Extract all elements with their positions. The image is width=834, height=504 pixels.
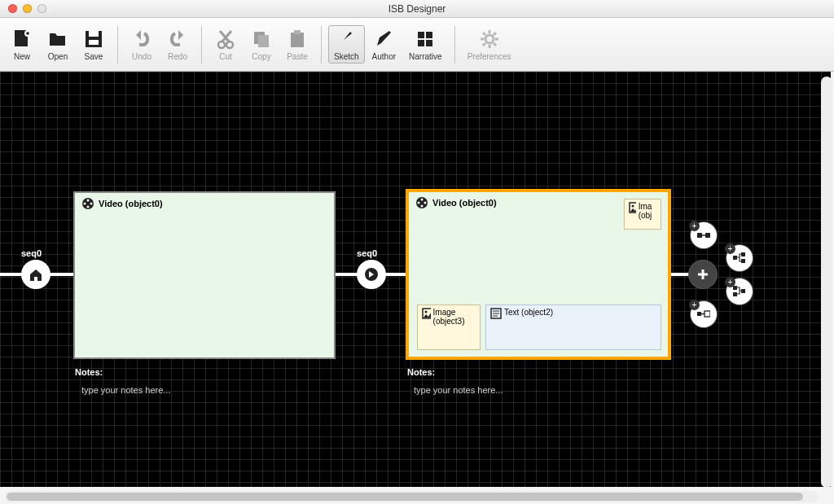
add-type2-button[interactable]: +	[726, 245, 753, 271]
redo-button[interactable]: Redo	[160, 25, 195, 64]
home-icon	[28, 266, 44, 283]
copy-button[interactable]: Copy	[244, 25, 279, 64]
paste-button[interactable]: Paste	[280, 25, 314, 64]
svg-rect-57	[741, 289, 745, 293]
svg-rect-14	[294, 30, 301, 34]
svg-rect-5	[89, 31, 99, 37]
svg-point-40	[632, 205, 634, 208]
seq0-arrow-node[interactable]	[357, 260, 386, 289]
notes-input-1[interactable]: type your notes here...	[81, 385, 170, 395]
main-toolbar: New Open Save Undo Redo Cut Copy Paste S…	[0, 18, 834, 72]
svg-rect-60	[705, 311, 710, 317]
close-window-button[interactable]	[8, 4, 17, 13]
media-item-text[interactable]: Text (object2)	[485, 305, 661, 350]
add-type4-button[interactable]: +	[691, 301, 717, 327]
cut-button[interactable]: Cut	[208, 25, 243, 64]
video-panel-2[interactable]: Video (object0) Ima (obj Image (object3)…	[406, 189, 671, 360]
media-item-image[interactable]: Image (object3)	[417, 305, 481, 350]
toolbar-separator	[321, 26, 322, 64]
svg-point-37	[424, 202, 427, 204]
author-button[interactable]: Author	[367, 25, 402, 64]
toolbar-separator	[117, 26, 118, 64]
svg-rect-18	[426, 40, 432, 46]
svg-rect-58	[697, 312, 701, 316]
brush-icon	[335, 28, 358, 50]
svg-point-38	[421, 205, 424, 208]
film-reel-icon	[81, 197, 94, 210]
svg-rect-15	[418, 32, 424, 38]
scrollbar-thumb[interactable]	[7, 493, 803, 501]
cut-icon	[214, 28, 237, 50]
save-button[interactable]: Save	[77, 25, 111, 64]
canvas-scroll-area[interactable]: seq0 Video (object0) Notes: type your no…	[0, 72, 834, 504]
svg-line-27	[494, 33, 496, 35]
seq0-home-node[interactable]	[21, 260, 50, 289]
seq0-label-right: seq0	[357, 248, 377, 258]
svg-rect-16	[426, 32, 432, 38]
svg-line-24	[483, 33, 485, 35]
grid-icon	[414, 28, 437, 50]
new-file-icon	[11, 28, 33, 50]
media-item-ima[interactable]: Ima (obj	[624, 199, 661, 230]
app-title: ISB Designer	[0, 3, 834, 15]
image-icon	[629, 202, 636, 213]
svg-rect-49	[697, 233, 702, 238]
svg-line-26	[483, 43, 485, 46]
svg-rect-17	[418, 40, 424, 46]
notes-label-2: Notes:	[407, 367, 435, 377]
tree-collapse-icon	[733, 286, 746, 297]
svg-point-8	[226, 42, 233, 48]
svg-point-32	[87, 206, 90, 208]
toolbar-separator	[454, 26, 455, 64]
add-type3-button[interactable]: +	[726, 278, 753, 305]
horizontal-scrollbar[interactable]	[5, 491, 818, 502]
video-panel-1[interactable]: Video (object0)	[73, 191, 336, 359]
add-type1-button[interactable]: +	[691, 222, 717, 248]
plus-badge-icon: +	[725, 277, 735, 287]
svg-rect-55	[733, 286, 737, 290]
svg-point-19	[485, 35, 494, 43]
redo-icon	[166, 28, 189, 50]
window-title-bar: ISB Designer	[0, 0, 834, 18]
toolbar-separator	[201, 26, 202, 64]
preferences-button[interactable]: Preferences	[462, 25, 517, 64]
svg-rect-56	[733, 292, 737, 296]
plus-icon	[696, 267, 710, 282]
svg-point-30	[84, 203, 86, 205]
svg-point-31	[90, 203, 93, 205]
svg-line-25	[494, 43, 496, 46]
open-button[interactable]: Open	[41, 25, 75, 64]
svg-rect-13	[291, 33, 304, 47]
seq0-label-left: seq0	[21, 248, 42, 258]
new-button[interactable]: New	[5, 25, 39, 64]
film-reel-icon	[415, 196, 428, 209]
svg-rect-6	[89, 40, 99, 45]
add-node-button[interactable]	[689, 261, 717, 288]
svg-point-29	[87, 199, 90, 202]
plus-badge-icon: +	[689, 221, 700, 231]
save-icon	[82, 28, 105, 50]
sketch-button[interactable]: Sketch	[328, 25, 365, 64]
layout-icon	[697, 230, 710, 240]
pencil-icon	[372, 28, 395, 50]
svg-rect-12	[258, 35, 269, 47]
open-folder-icon	[46, 28, 69, 50]
svg-rect-51	[705, 233, 710, 238]
plus-badge-icon: +	[689, 300, 700, 310]
tree-icon	[733, 252, 746, 264]
svg-point-7	[218, 42, 225, 48]
svg-rect-52	[733, 256, 737, 260]
paste-icon	[286, 28, 309, 50]
undo-button[interactable]: Undo	[125, 25, 159, 64]
copy-icon	[250, 28, 273, 50]
vertical-scrollbar[interactable]	[821, 77, 832, 488]
design-canvas[interactable]: seq0 Video (object0) Notes: type your no…	[0, 72, 831, 487]
narrative-button[interactable]: Narrative	[403, 25, 448, 64]
notes-input-2[interactable]: type your notes here...	[414, 385, 503, 395]
minimize-window-button[interactable]	[23, 4, 32, 13]
undo-icon	[130, 28, 153, 50]
plus-badge-icon: +	[725, 243, 735, 254]
text-icon	[490, 308, 502, 319]
gear-icon	[478, 28, 501, 50]
zoom-window-button[interactable]	[37, 4, 46, 13]
